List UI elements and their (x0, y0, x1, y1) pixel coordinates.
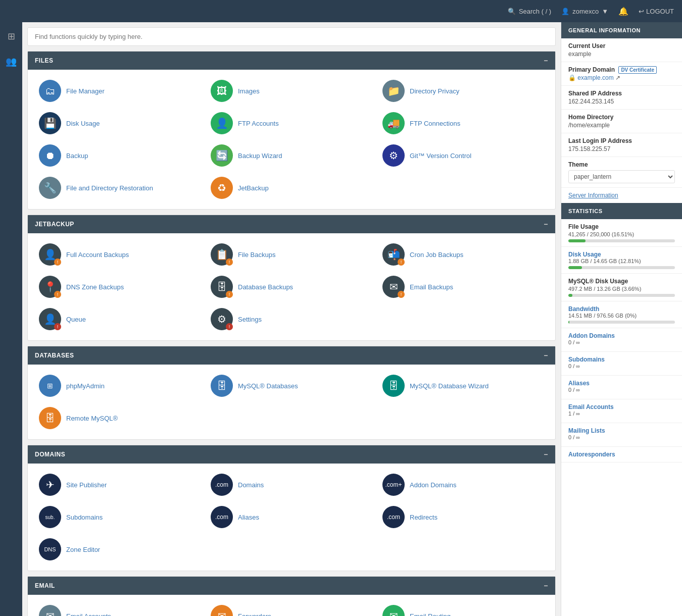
item-remote-mysql[interactable]: 🗄 Remote MySQL® (35, 404, 205, 432)
file-manager-icon: 🗂 (39, 80, 61, 102)
item-forwarders[interactable]: ✉ Forwarders (207, 602, 376, 616)
item-cron-job-backups[interactable]: 📬 ! Cron Job Backups (378, 240, 548, 269)
collapse-domains-icon[interactable]: − (544, 450, 548, 458)
item-site-publisher[interactable]: ✈ Site Publisher (35, 471, 205, 499)
user-info[interactable]: 👤 zomexco ▼ (561, 8, 608, 15)
ftp-connections-label: FTP Connections (410, 120, 460, 127)
aliases-label: Aliases (238, 514, 259, 521)
section-domains-header: DOMAINS − (28, 445, 555, 464)
item-images[interactable]: 🖼 Images (207, 77, 376, 105)
domain-link-wrapper: 🔒 example.com ↗ (568, 74, 675, 81)
aliases-stat-link[interactable]: Aliases (568, 380, 675, 387)
aliases-stat[interactable]: Aliases 0 / ∞ (561, 376, 682, 399)
addon-domains-stat-link[interactable]: Addon Domains (568, 332, 675, 339)
item-domains[interactable]: .com Domains (207, 471, 376, 499)
main-content: FILES − 🗂 File Manager 🖼 Images 📁 Direct… (22, 22, 561, 616)
mysql-disk-stat: MySQL® Disk Usage 497.2 MB / 13.26 GB (3… (561, 274, 682, 301)
subdomains-stat[interactable]: Subdomains 0 / ∞ (561, 352, 682, 376)
site-publisher-label: Site Publisher (66, 481, 107, 489)
item-email-routing[interactable]: ✉ Email Routing (378, 602, 548, 616)
item-disk-usage[interactable]: 💾 Disk Usage (35, 109, 205, 137)
item-queue[interactable]: 👤 ! Queue (35, 305, 205, 333)
subdomains-stat-link[interactable]: Subdomains (568, 356, 675, 363)
current-user-row: Current User example (561, 38, 682, 62)
item-file-backups[interactable]: 📋 ! File Backups (207, 240, 376, 269)
item-file-directory-restoration[interactable]: 🔧 File and Directory Restoration (35, 174, 205, 202)
section-email-title: EMAIL (35, 582, 55, 589)
item-zone-editor[interactable]: DNS Zone Editor (35, 535, 205, 563)
bell-icon[interactable]: 🔔 (618, 7, 628, 16)
collapse-jetbackup-icon[interactable]: − (544, 220, 548, 228)
bandwidth-link[interactable]: Bandwidth (568, 305, 675, 313)
email-backups-badge: ! (398, 291, 405, 298)
addon-domains-label: Addon Domains (410, 481, 457, 489)
item-settings[interactable]: ⚙ ! Settings (207, 305, 376, 333)
disk-usage-link[interactable]: Disk Usage (568, 251, 675, 258)
theme-select[interactable]: paper_lantern (568, 170, 675, 183)
theme-row: Theme paper_lantern (561, 157, 682, 188)
autoresponders-stat-link[interactable]: Autoresponders (568, 451, 675, 458)
item-addon-domains[interactable]: .com+ Addon Domains (378, 471, 548, 499)
item-subdomains[interactable]: sub. Subdomains (35, 503, 205, 531)
item-full-account-backups[interactable]: 👤 ! Full Account Backups (35, 240, 205, 269)
collapse-databases-icon[interactable]: − (544, 351, 548, 360)
ftp-accounts-label: FTP Accounts (238, 120, 279, 127)
queue-badge: ! (54, 323, 61, 330)
item-backup[interactable]: ⏺ Backup (35, 141, 205, 170)
logout-button[interactable]: ↩ LOGOUT (639, 8, 674, 15)
bandwidth-progress-bg (568, 321, 675, 324)
item-phpmyadmin[interactable]: ⊞ phpMyAdmin (35, 372, 205, 400)
item-ftp-connections[interactable]: 🚚 FTP Connections (378, 109, 548, 137)
item-jetbackup[interactable]: ♻ JetBackup (207, 174, 376, 202)
mailing-lists-stat-link[interactable]: Mailing Lists (568, 427, 675, 434)
section-jetbackup-header: JETBACKUP − (28, 215, 555, 233)
forwarders-label: Forwarders (238, 612, 271, 617)
email-accounts-stat[interactable]: Email Accounts 1 / ∞ (561, 399, 682, 423)
email-accounts-stat-link[interactable]: Email Accounts (568, 403, 675, 410)
current-user-value: example (568, 50, 675, 58)
autoresponders-stat[interactable]: Autoresponders (561, 447, 682, 463)
item-email-backups[interactable]: ✉ ! Email Backups (378, 273, 548, 301)
section-domains-title: DOMAINS (35, 451, 65, 458)
dv-certificate-badge: DV Certificate (618, 66, 657, 74)
item-ftp-accounts[interactable]: 👤 FTP Accounts (207, 109, 376, 137)
sidebar-users-button[interactable]: 👥 (2, 53, 20, 71)
last-login-row: Last Login IP Address 175.158.225.57 (561, 133, 682, 157)
item-database-backups[interactable]: 🗄 ! Database Backups (207, 273, 376, 301)
section-domains: DOMAINS − ✈ Site Publisher .com Domains … (27, 445, 556, 571)
last-login-label: Last Login IP Address (568, 137, 675, 144)
bandwidth-stat[interactable]: Bandwidth 14.51 MB / 976.56 GB (0%) (561, 301, 682, 328)
section-files-body: 🗂 File Manager 🖼 Images 📁 Directory Priv… (28, 70, 555, 209)
item-dns-zone-backups[interactable]: 📍 ! DNS Zone Backups (35, 273, 205, 301)
phpmyadmin-label: phpMyAdmin (66, 382, 105, 390)
server-info-link[interactable]: Server Information (561, 188, 682, 203)
queue-label: Queue (66, 316, 86, 323)
sidebar-grid-button[interactable]: ⊞ (2, 27, 20, 45)
item-email-accounts[interactable]: ✉ Email Accounts (35, 602, 205, 616)
aliases-stat-value: 0 / ∞ (568, 387, 675, 393)
item-mysql-databases[interactable]: 🗄 MySQL® Databases (207, 372, 376, 400)
section-files-title: FILES (35, 57, 54, 64)
item-redirects[interactable]: .com Redirects (378, 503, 548, 531)
domain-link[interactable]: example.com (577, 74, 613, 81)
file-backups-badge: ! (226, 259, 233, 266)
bandwidth-progress-fill (568, 321, 569, 324)
collapse-files-icon[interactable]: − (544, 57, 548, 65)
disk-usage-stat[interactable]: Disk Usage 1.88 GB / 14.65 GB (12.81%) (561, 247, 682, 274)
addon-domains-icon: .com+ (382, 474, 405, 496)
item-git-version-control[interactable]: ⚙ Git™ Version Control (378, 141, 548, 170)
item-file-manager[interactable]: 🗂 File Manager (35, 77, 205, 105)
full-account-backups-icon-wrapper: 👤 ! (39, 243, 61, 266)
search-box[interactable]: 🔍 Search ( / ) (508, 8, 551, 15)
item-mysql-database-wizard[interactable]: 🗄 MySQL® Database Wizard (378, 372, 548, 400)
item-directory-privacy[interactable]: 📁 Directory Privacy (378, 77, 548, 105)
item-aliases[interactable]: .com Aliases (207, 503, 376, 531)
remote-mysql-icon: 🗄 (39, 407, 61, 429)
item-backup-wizard[interactable]: 🔄 Backup Wizard (207, 141, 376, 170)
addon-domains-stat[interactable]: Addon Domains 0 / ∞ (561, 328, 682, 352)
mailing-lists-stat[interactable]: Mailing Lists 0 / ∞ (561, 423, 682, 447)
collapse-email-icon[interactable]: − (544, 582, 548, 590)
function-search-input[interactable] (27, 27, 556, 46)
home-dir-row: Home Directory /home/example (561, 110, 682, 133)
ftp-accounts-icon: 👤 (211, 112, 233, 134)
